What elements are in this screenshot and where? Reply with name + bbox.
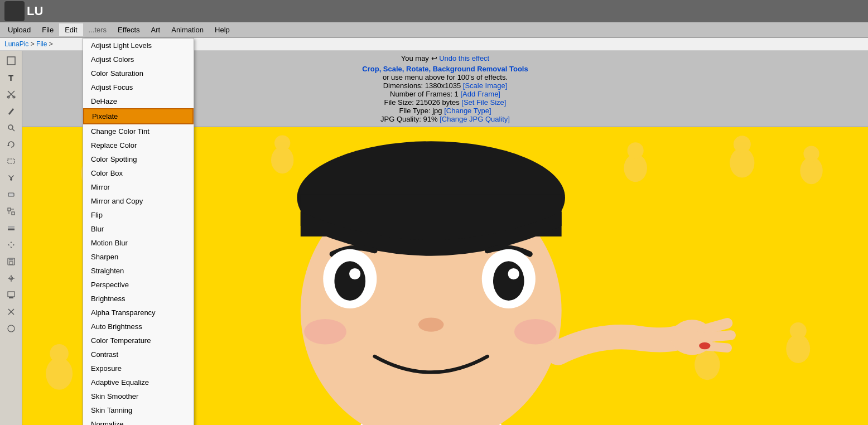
svg-point-5 — [8, 125, 13, 129]
menu-animation[interactable]: Animation — [166, 23, 209, 36]
dropdown-item-mirror-and-copy[interactable]: Mirror and Copy — [83, 194, 194, 208]
menu-help[interactable]: Help — [209, 23, 235, 36]
menu-art[interactable]: Art — [146, 23, 166, 36]
menu-effects[interactable]: Effects — [112, 23, 146, 36]
dropdown-item-change-color-tint[interactable]: Change Color Tint — [83, 124, 194, 138]
menu-upload[interactable]: Upload — [2, 23, 36, 36]
add-frame-link[interactable]: [Add Frame] — [460, 90, 500, 98]
dropdown-item-flip[interactable]: Flip — [83, 208, 194, 222]
dropdown-item-adjust-colors[interactable]: Adjust Colors — [83, 52, 194, 66]
change-jpg-quality-link[interactable]: [Change JPG Quality] — [440, 115, 510, 123]
dropdown-item-skin-tanning[interactable]: Skin Tanning — [83, 403, 194, 417]
svg-point-51 — [790, 322, 807, 339]
filetype-label: File Type: jpg — [399, 107, 444, 115]
svg-rect-25 — [8, 292, 15, 297]
move-tool[interactable] — [3, 237, 19, 253]
svg-point-63 — [418, 317, 444, 331]
breadcrumb-lunapic[interactable]: LunaPic — [4, 40, 28, 48]
change-type-link[interactable]: [Change Type] — [444, 107, 491, 115]
dropdown-item-brightness[interactable]: Brightness — [83, 292, 194, 306]
color-picker-tool[interactable] — [3, 287, 19, 303]
dropdown-item-perspective[interactable]: Perspective — [83, 278, 194, 292]
crosshair-tool[interactable] — [3, 271, 19, 286]
svg-point-62 — [508, 268, 519, 279]
jpg-quality-label: JPG Quality: 91% — [380, 115, 440, 123]
dropdown-item-color-box[interactable]: Color Box — [83, 166, 194, 180]
top-bar: LU — [0, 0, 868, 22]
dropdown-item-replace-color[interactable]: Replace Color — [83, 138, 194, 152]
svg-rect-16 — [8, 226, 15, 227]
dropdown-item-adaptive-equalize[interactable]: Adaptive Equalize — [83, 375, 194, 389]
zoom-tool[interactable] — [3, 120, 19, 136]
svg-marker-7 — [7, 144, 9, 146]
dropdown-item-color-saturation[interactable]: Color Saturation — [83, 66, 194, 80]
dropdown-item-blur[interactable]: Blur — [83, 222, 194, 236]
dimensions-label: Dimensions: 1380x1035 — [383, 81, 463, 90]
crop-tools-link[interactable]: Crop, Scale, Rotate, Background Removal … — [362, 65, 528, 73]
dropdown-item-dehaze[interactable]: DeHaze — [83, 94, 194, 108]
dropdown-item-motion-blur[interactable]: Motion Blur — [83, 236, 194, 250]
dropdown-item-sharpen[interactable]: Sharpen — [83, 250, 194, 264]
breadcrumb-text: LunaPic > File > — [4, 40, 53, 48]
filesize-label: File Size: 215026 bytes — [384, 98, 462, 107]
svg-point-45 — [50, 344, 69, 363]
dropdown-item-alpha-transparency[interactable]: Alpha Transparency — [83, 306, 194, 320]
logo-area: LU — [4, 1, 43, 21]
svg-rect-26 — [9, 297, 13, 298]
cut-tool[interactable] — [3, 86, 19, 102]
svg-rect-0 — [7, 57, 15, 65]
text-tool[interactable]: T — [3, 70, 19, 85]
dropdown-item-mirror[interactable]: Mirror — [83, 180, 194, 194]
save-tool[interactable] — [3, 254, 19, 269]
dropdown-item-contrast[interactable]: Contrast — [83, 347, 194, 361]
svg-rect-20 — [9, 258, 13, 260]
svg-rect-10 — [8, 208, 11, 211]
menu-bar: Upload File Edit ...ters Effects Art Ani… — [0, 22, 868, 38]
dropdown-item-exposure[interactable]: Exposure — [83, 361, 194, 375]
svg-point-65 — [514, 319, 557, 345]
svg-rect-14 — [8, 229, 15, 230]
dropdown-item-skin-smoother[interactable]: Skin Smoother — [83, 389, 194, 403]
rect-select-tool[interactable] — [3, 153, 19, 169]
rotate-tool[interactable] — [3, 137, 19, 152]
circle-tool[interactable] — [3, 321, 19, 336]
breadcrumb-file[interactable]: File — [36, 40, 47, 48]
dropdown-item-color-spotting[interactable]: Color Spotting — [83, 152, 194, 166]
svg-point-39 — [628, 142, 644, 158]
logo-icon — [4, 1, 25, 21]
dropdown-item-color-temperature[interactable]: Color Temperature — [83, 334, 194, 347]
dropdown-item-adjust-focus[interactable]: Adjust Focus — [83, 80, 194, 94]
logo-text: LU — [27, 4, 43, 18]
pencil-tool[interactable] — [3, 103, 19, 119]
svg-point-59 — [349, 268, 360, 279]
undo-prompt: You may — [401, 54, 431, 62]
undo-link[interactable]: Undo this effect — [439, 54, 489, 62]
svg-rect-11 — [12, 212, 15, 215]
crop-tool[interactable] — [3, 53, 19, 69]
scale-image-link[interactable]: [Scale Image] — [463, 81, 508, 90]
frames-label: Number of Frames: 1 — [390, 90, 460, 98]
svg-rect-8 — [8, 159, 15, 163]
left-toolbar: T — [0, 51, 22, 425]
set-file-size-link[interactable]: [Set File Size] — [461, 98, 506, 107]
dropdown-item-adjust-light-levels[interactable]: Adjust Light Levels — [83, 38, 194, 52]
layers-tool[interactable] — [3, 220, 19, 236]
undo-history-tool[interactable] — [3, 304, 19, 320]
svg-point-37 — [274, 135, 290, 151]
svg-marker-17 — [10, 242, 12, 248]
eraser-tool[interactable] — [3, 187, 19, 202]
dropdown-item-straighten[interactable]: Straighten — [83, 264, 194, 278]
clone-stamp-tool[interactable] — [3, 204, 19, 219]
svg-marker-18 — [8, 244, 15, 246]
svg-point-29 — [8, 325, 15, 332]
menu-file[interactable]: File — [36, 23, 59, 36]
menu-adjusters[interactable]: ...ters — [83, 23, 113, 36]
paint-bucket-tool[interactable] — [3, 170, 19, 186]
svg-rect-9 — [8, 193, 14, 196]
dropdown-item-auto-brightness[interactable]: Auto Brightness — [83, 320, 194, 334]
dropdown-item-normalize[interactable]: Normalize — [83, 417, 194, 425]
menu-edit[interactable]: Edit — [59, 23, 83, 36]
svg-rect-15 — [8, 228, 15, 229]
undo-icon: ↩ — [431, 54, 437, 62]
dropdown-item-pixelate[interactable]: Pixelate — [83, 108, 194, 124]
